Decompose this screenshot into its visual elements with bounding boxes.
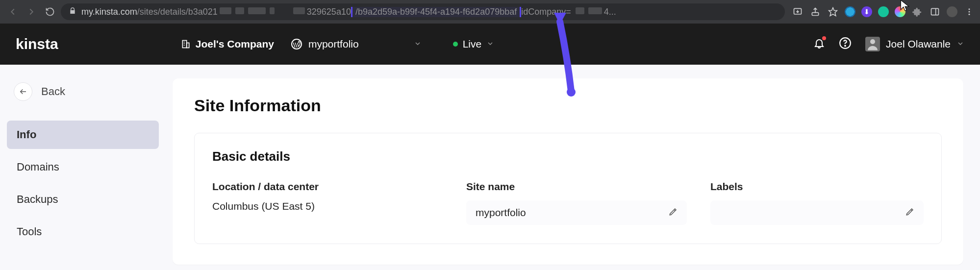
sidebar-item-tools[interactable]: Tools [7,218,159,246]
redacted-chip [270,7,275,14]
svg-rect-11 [186,43,189,48]
labels-input[interactable] [710,200,924,225]
svg-point-7 [969,14,970,15]
location-label: Location / data center [212,181,443,193]
site-switcher[interactable]: myportfolio [291,38,422,50]
svg-point-17 [845,46,846,47]
share-icon[interactable] [809,6,821,18]
lock-icon [69,7,76,17]
kinsta-logo[interactable]: kinsta [16,36,58,52]
chevron-down-icon [486,38,494,50]
notifications-button[interactable] [813,37,825,51]
arrow-left-icon [14,82,32,101]
site-name: myportfolio [308,38,359,50]
user-avatar [865,37,880,51]
sitename-label: Site name [466,181,687,193]
url-host: my.kinsta.com [81,7,137,17]
location-value: Columbus (US East 5) [212,200,443,212]
wordpress-icon [291,38,302,50]
redacted-chip [576,7,584,14]
profile-avatar-icon[interactable] [947,6,957,17]
status-dot-icon [453,42,458,47]
chevron-down-icon [414,38,422,50]
svg-point-18 [870,39,875,44]
user-name: Joel Olawanle [886,38,951,50]
url-highlighted-segment: /b9a2d59a-b99f-45f4-a194-f6d2a079bbaf [351,7,521,17]
browser-toolbar-icons: ⬇ [792,6,975,18]
main-content: Site Information Basic details Location … [173,65,980,270]
sidebar-item-label: Tools [17,225,42,238]
svg-point-6 [969,11,970,13]
url-segment-number: 329625a10 [307,7,351,17]
company-name: Joel's Company [196,38,274,50]
basic-details-panel: Basic details Location / data center Col… [194,133,942,244]
svg-rect-3 [931,8,939,15]
browser-menu-icon[interactable] [963,6,975,18]
url-after-highlight: idCompany= [521,7,571,17]
svg-marker-2 [829,8,837,16]
sitename-field: Site name myportfolio [466,181,687,225]
help-button[interactable] [839,37,852,51]
app-header: kinsta Joel's Company myportfolio Live [0,24,980,65]
page-body: Back Info Domains Backups Tools Site Inf… [0,65,980,270]
page-title: Site Information [194,96,942,115]
labels-label: Labels [710,181,924,193]
redacted-chip [293,7,305,14]
extensions-puzzle-icon[interactable] [911,6,923,18]
back-button[interactable]: Back [7,76,168,107]
labels-field: Labels [710,181,924,225]
extension-icon[interactable] [878,6,889,17]
user-menu[interactable]: Joel Olawanle [865,37,964,51]
sidebar-item-domains[interactable]: Domains [7,153,159,181]
redacted-chip [235,7,244,14]
back-label: Back [41,85,65,98]
environment-switcher[interactable]: Live [453,38,495,50]
extension-icon[interactable]: ⬇ [861,6,872,17]
browser-address-bar[interactable]: my.kinsta.com/sites/details/b3a021 32962… [61,3,785,20]
bookmark-star-icon[interactable] [827,6,839,18]
url-text: my.kinsta.com/sites/details/b3a021 32962… [81,7,777,17]
browser-forward-button[interactable] [24,4,39,20]
extension-icon[interactable] [895,6,905,17]
sidebar-nav: Info Domains Backups Tools [7,121,168,246]
sidebar-item-label: Info [17,128,36,141]
edit-icon[interactable] [669,207,678,219]
sidebar-item-label: Backups [17,193,58,205]
redacted-chip [248,7,266,14]
browser-reload-button[interactable] [42,4,58,20]
svg-rect-1 [812,13,818,16]
url-path-1: /sites/details/b3a021 [137,7,218,17]
content-card: Site Information Basic details Location … [173,78,963,265]
edit-icon[interactable] [905,207,914,219]
chevron-down-icon [956,38,964,50]
side-panel-icon[interactable] [929,6,941,18]
browser-chrome: my.kinsta.com/sites/details/b3a021 32962… [0,0,980,24]
svg-point-5 [969,8,970,10]
install-app-icon[interactable] [792,6,804,18]
url-tail: 4... [604,7,616,17]
company-switcher[interactable]: Joel's Company [181,38,274,50]
location-field: Location / data center Columbus (US East… [212,181,443,225]
browser-back-button[interactable] [5,4,21,20]
environment-label: Live [463,38,482,50]
help-icon [839,37,852,49]
sidebar-item-backups[interactable]: Backups [7,185,159,214]
details-row: Location / data center Columbus (US East… [212,181,924,225]
sitename-input[interactable]: myportfolio [466,200,687,225]
extension-icon[interactable] [845,6,855,17]
panel-title: Basic details [212,149,924,164]
building-icon [181,39,191,49]
sidebar-item-label: Domains [17,161,59,173]
redacted-chip [588,7,602,14]
redacted-chip [220,7,231,14]
sidebar-item-info[interactable]: Info [7,121,159,149]
notification-badge [822,36,826,40]
sidebar: Back Info Domains Backups Tools [0,65,173,270]
sitename-value: myportfolio [476,207,526,219]
